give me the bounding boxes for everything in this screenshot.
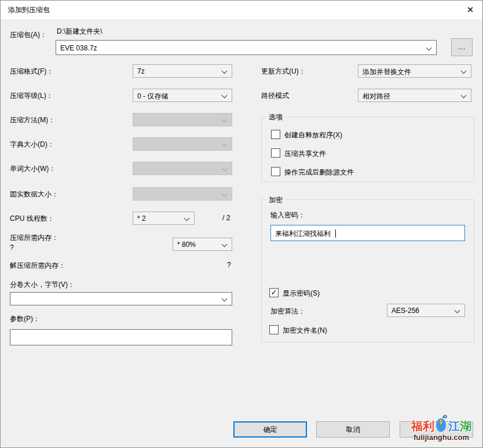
- solid-size-combobox: [133, 187, 232, 201]
- memory-compress-note: ?: [10, 243, 14, 252]
- path-mode-value: 相对路径: [363, 92, 390, 101]
- options-group-title: 选项: [266, 112, 285, 122]
- method-label: 压缩方法(M)：: [10, 115, 55, 125]
- volume-size-combobox[interactable]: [10, 292, 232, 305]
- chevron-down-icon: [222, 191, 228, 197]
- memory-compress-value: * 80%: [177, 241, 196, 249]
- parameters-input[interactable]: [10, 329, 232, 345]
- archive-name-value: EVE 038.7z: [60, 44, 97, 52]
- memory-compress-label: 压缩所需内存：: [10, 233, 58, 243]
- archive-name-combobox[interactable]: EVE 038.7z: [56, 40, 437, 55]
- method-combobox: [133, 113, 232, 126]
- dictionary-combobox: [133, 137, 232, 151]
- format-combobox[interactable]: 7z: [133, 64, 232, 78]
- show-password-label[interactable]: 显示密码(S): [283, 289, 320, 298]
- memory-decompress-label: 解压缩所需内存：: [10, 261, 65, 271]
- volume-size-label: 分卷大小，字节(V)：: [10, 280, 75, 290]
- level-combobox[interactable]: 0 - 仅存储: [133, 89, 232, 102]
- level-label: 压缩等级(L)：: [10, 91, 53, 101]
- path-mode-combobox[interactable]: 相对路径: [358, 89, 471, 102]
- add-to-archive-dialog: 添加到压缩包 ✕ 压缩包(A)： D:\新建文件夹\ EVE 038.7z ..…: [0, 0, 483, 448]
- browse-button[interactable]: ...: [451, 38, 473, 56]
- chevron-down-icon: [222, 141, 228, 147]
- level-value: 0 - 仅存储: [137, 92, 168, 101]
- memory-decompress-value: ?: [227, 261, 231, 269]
- chevron-down-icon: [222, 93, 228, 99]
- algorithm-combobox[interactable]: AES-256: [387, 304, 465, 317]
- shared-files-label[interactable]: 压缩共享文件: [284, 149, 326, 159]
- chevron-down-icon: [426, 45, 432, 51]
- title-bar: 添加到压缩包 ✕: [1, 1, 482, 19]
- chevron-down-icon: [222, 68, 228, 74]
- chevron-down-icon: [461, 93, 467, 99]
- show-password-checkbox[interactable]: ✓: [269, 288, 279, 297]
- word-size-label: 单词大小(W)：: [10, 164, 56, 174]
- check-icon: ✓: [271, 288, 277, 297]
- cpu-threads-value: * 2: [137, 214, 146, 223]
- ok-button[interactable]: 确定: [233, 421, 307, 438]
- cpu-threads-label: CPU 线程数：: [10, 214, 54, 224]
- memory-compress-combobox[interactable]: * 80%: [173, 238, 232, 251]
- chevron-down-icon: [222, 296, 228, 302]
- create-sfx-label[interactable]: 创建自释放程序(X): [284, 130, 342, 140]
- password-value: 来福利江湖找福利: [275, 229, 331, 239]
- encrypt-names-checkbox[interactable]: [269, 325, 279, 334]
- word-size-combobox: [133, 162, 232, 175]
- update-mode-combobox[interactable]: 添加并替换文件: [358, 64, 471, 78]
- chevron-down-icon: [222, 166, 228, 172]
- enter-password-label: 输入密码：: [270, 210, 305, 220]
- chevron-down-icon: [222, 117, 228, 123]
- chevron-down-icon: [455, 308, 460, 314]
- help-button[interactable]: [400, 421, 473, 438]
- delete-after-checkbox[interactable]: [271, 167, 280, 176]
- delete-after-label[interactable]: 操作完成后删除源文件: [284, 167, 354, 177]
- algorithm-label: 加密算法：: [270, 307, 305, 316]
- chevron-down-icon: [222, 242, 228, 247]
- encryption-group: 加密 输入密码： 来福利江湖找福利 ✓ 显示密码(S) 加密算法： AES-25…: [261, 199, 474, 343]
- update-mode-label: 更新方式(U)：: [261, 67, 306, 77]
- cancel-button[interactable]: 取消: [316, 421, 390, 438]
- options-group: 选项 创建自释放程序(X) 压缩共享文件 操作完成后删除源文件: [261, 116, 474, 182]
- encrypt-names-label[interactable]: 加密文件名(N): [283, 326, 327, 336]
- algorithm-value: AES-256: [391, 307, 419, 315]
- encryption-group-title: 加密: [266, 195, 285, 205]
- close-icon[interactable]: ✕: [463, 3, 478, 17]
- path-mode-label: 路径模式: [261, 91, 289, 101]
- cpu-threads-max: / 2: [222, 214, 230, 222]
- chevron-down-icon: [184, 216, 190, 221]
- format-label: 压缩格式(F)：: [10, 67, 53, 77]
- parameters-label: 参数(P)：: [10, 314, 40, 324]
- archive-label: 压缩包(A)：: [10, 30, 47, 40]
- shared-files-checkbox[interactable]: [271, 148, 280, 158]
- archive-dir-path: D:\新建文件夹\: [57, 27, 103, 37]
- text-caret: [335, 230, 336, 238]
- dialog-title: 添加到压缩包: [8, 5, 50, 15]
- format-value: 7z: [137, 67, 145, 75]
- cpu-threads-combobox[interactable]: * 2: [133, 212, 195, 225]
- chevron-down-icon: [461, 68, 467, 74]
- update-mode-value: 添加并替换文件: [363, 67, 411, 77]
- solid-size-label: 固实数据大小：: [10, 190, 58, 199]
- dictionary-label: 字典大小(D)：: [10, 140, 54, 150]
- create-sfx-checkbox[interactable]: [271, 130, 280, 139]
- password-input[interactable]: 来福利江湖找福利: [270, 225, 465, 241]
